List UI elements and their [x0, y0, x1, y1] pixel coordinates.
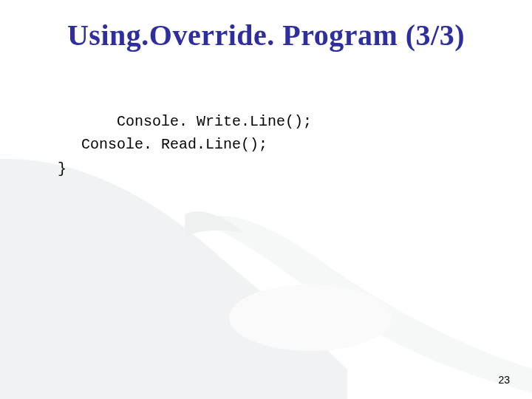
code-line-2: Console. Read.Line(); [81, 136, 267, 153]
code-line-1: Console. Write.Line(); [117, 113, 312, 130]
code-block: Console. Write.Line(); Console. Read.Lin… [81, 87, 312, 226]
code-close-brace: } [58, 157, 312, 180]
slide-title: Using.Override. Program (3/3) [0, 18, 532, 52]
slide: Using.Override. Program (3/3) Console. W… [0, 0, 532, 399]
svg-point-0 [229, 284, 392, 351]
page-number: 23 [498, 374, 510, 386]
